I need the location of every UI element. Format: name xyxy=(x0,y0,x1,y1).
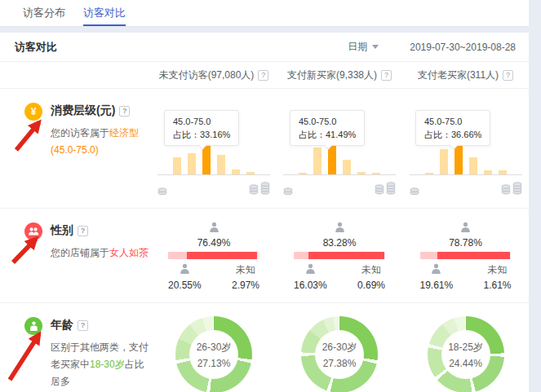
male-share: 16.03% xyxy=(294,263,327,291)
chevron-down-icon xyxy=(372,45,379,49)
column-header-0: 未支付访客(97,080人)? xyxy=(151,68,277,82)
help-icon[interactable]: ? xyxy=(381,70,392,81)
gender-chart: 78.78%19.61%未知1.61% xyxy=(420,222,512,291)
help-icon[interactable]: ? xyxy=(119,106,130,117)
age-bracket-label: 18-25岁 xyxy=(448,341,483,355)
page-title: 访客对比 xyxy=(15,40,57,55)
female-share: 83.28% xyxy=(294,222,385,249)
age-row: 年龄 ? 区别于其他两类，支付老买家中18-30岁占比居多 26-30岁27.1… xyxy=(0,303,529,392)
donut-center-label: 26-30岁27.38% xyxy=(301,316,378,392)
bar xyxy=(343,160,351,174)
date-filter-dropdown[interactable]: 日期 xyxy=(348,40,379,54)
tooltip-share: 占比：33.16% xyxy=(173,128,230,141)
age-title-text: 年龄 xyxy=(51,318,73,333)
unknown-percent: 1.61% xyxy=(483,280,511,291)
male-icon xyxy=(304,263,317,277)
column-header-label: 支付新买家(9,338人) xyxy=(287,68,377,82)
help-icon[interactable]: ? xyxy=(78,320,88,331)
age-donut-chart: 26-30岁27.13% xyxy=(175,316,252,392)
gender-bottom-labels: 20.55%未知2.97% xyxy=(168,263,259,291)
low-spend-coin-icon xyxy=(157,186,167,195)
share-tooltip: 45.0-75.0占比：41.49% xyxy=(290,110,365,146)
gender-bottom-labels: 19.61%未知1.61% xyxy=(420,263,512,291)
help-icon[interactable]: ? xyxy=(503,70,513,81)
low-spend-coin-icon xyxy=(410,186,419,195)
spend-scale-icons xyxy=(283,180,396,195)
x-axis-line xyxy=(157,174,270,175)
consumption-label-block: ¥ 消费层级(元) ? 您的访客属于经济型(45.0-75.0) xyxy=(0,89,151,208)
male-segment xyxy=(420,252,438,259)
person-icon xyxy=(24,317,42,335)
age-donut-repeat-buyers[interactable]: 18-25岁24.44% xyxy=(402,303,529,392)
visitor-compare-page: 访客分布访客对比 访客对比 日期 2019-07-30~2019-08-28 未… xyxy=(0,0,541,392)
male-percent: 20.55% xyxy=(168,280,202,291)
column-header-1: 支付新买家(9,338人)? xyxy=(277,68,402,82)
consumption-level-row: ¥ 消费层级(元) ? 您的访客属于经济型(45.0-75.0) 45.0-75… xyxy=(0,89,529,209)
consumption-chart-repeat-buyers[interactable]: 45.0-75.0占比：36.66% xyxy=(402,89,529,208)
tooltip-range: 45.0-75.0 xyxy=(424,115,481,128)
high-spend-coins-icon xyxy=(501,180,522,195)
bar xyxy=(469,157,477,174)
gender-desc-highlight: 女人如茶 xyxy=(109,247,149,258)
column-header-label: 未支付访客(97,080人) xyxy=(159,68,255,82)
consumption-description: 您的访客属于经济型(45.0-75.0) xyxy=(51,125,149,159)
unknown-label: 未知 xyxy=(487,263,507,277)
tab-visitor-compare[interactable]: 访客对比 xyxy=(83,0,126,26)
gender-desc-plain: 您的店铺属于 xyxy=(51,247,109,258)
unknown-label: 未知 xyxy=(361,263,381,277)
gender-stacked-bar xyxy=(420,252,512,259)
female-percent: 76.49% xyxy=(197,237,231,249)
unknown-share: 未知1.61% xyxy=(483,263,511,291)
unknown-segment xyxy=(257,252,259,259)
age-donut-unpaid[interactable]: 26-30岁27.13% xyxy=(151,303,277,392)
consumption-chart-new-buyers[interactable]: 45.0-75.0占比：41.49% xyxy=(277,89,402,208)
gender-chart-new-buyers[interactable]: 83.28%16.03%未知0.69% xyxy=(277,209,402,302)
age-description: 区别于其他两类，支付老买家中18-30岁占比居多 xyxy=(51,339,149,390)
panel-header: 访客对比 日期 2019-07-30~2019-08-28 xyxy=(0,33,529,62)
gender-chart-unpaid[interactable]: 76.49%20.55%未知2.97% xyxy=(151,209,277,302)
help-icon[interactable]: ? xyxy=(258,70,268,81)
age-label-block: 年龄 ? 区别于其他两类，支付老买家中18-30岁占比居多 xyxy=(0,303,151,392)
people-icon xyxy=(24,222,42,240)
consumption-title: 消费层级(元) ? xyxy=(51,104,141,118)
tooltip-range: 45.0-75.0 xyxy=(173,115,230,128)
age-bracket-label: 26-30岁 xyxy=(322,341,357,355)
gender-chart-repeat-buyers[interactable]: 78.78%19.61%未知1.61% xyxy=(402,209,529,302)
gender-chart: 76.49%20.55%未知2.97% xyxy=(168,222,259,291)
tooltip-share: 占比：41.49% xyxy=(299,128,356,141)
male-share: 20.55% xyxy=(168,263,202,291)
male-icon xyxy=(179,263,191,277)
gender-bottom-labels: 16.03%未知0.69% xyxy=(294,263,385,291)
bar-highlighted xyxy=(455,144,463,174)
age-donut-chart: 26-30岁27.38% xyxy=(301,316,378,392)
low-spend-coin-icon xyxy=(283,186,293,195)
consumption-chart-unpaid[interactable]: 45.0-75.0占比：33.16% xyxy=(151,89,277,208)
bar xyxy=(173,157,181,174)
male-icon xyxy=(430,263,442,277)
unknown-segment xyxy=(510,252,512,259)
male-percent: 16.03% xyxy=(294,280,327,291)
share-tooltip: 45.0-75.0占比：36.66% xyxy=(415,110,490,146)
x-axis-line xyxy=(283,174,396,175)
age-donut-chart: 18-25岁24.44% xyxy=(428,316,504,392)
unknown-share: 未知2.97% xyxy=(232,263,259,291)
unknown-percent: 2.97% xyxy=(232,280,259,291)
female-icon xyxy=(208,222,220,236)
bar xyxy=(188,153,196,174)
help-icon[interactable]: ? xyxy=(78,226,88,236)
age-bracket-percent: 27.13% xyxy=(197,358,231,369)
tab-bar: 访客分布访客对比 xyxy=(0,0,529,27)
age-donut-new-buyers[interactable]: 26-30岁27.38% xyxy=(277,303,402,392)
bar-chart xyxy=(162,144,266,174)
bar-chart xyxy=(414,144,518,174)
gender-row: 性别 ? 您的店铺属于女人如茶 76.49%20.55%未知2.97% 83.2… xyxy=(0,209,529,303)
female-percent: 83.28% xyxy=(323,237,357,249)
tab-visitor-distribution[interactable]: 访客分布 xyxy=(23,0,65,26)
column-header-row: 未支付访客(97,080人)?支付新买家(9,338人)?支付老买家(311人)… xyxy=(0,62,529,89)
bar xyxy=(440,149,448,174)
visitor-compare-panel: 访客对比 日期 2019-07-30~2019-08-28 未支付访客(97,0… xyxy=(0,33,529,392)
unknown-share: 未知0.69% xyxy=(357,263,385,291)
column-header-label: 支付老买家(311人) xyxy=(418,68,499,82)
female-share: 78.78% xyxy=(420,222,512,249)
male-segment xyxy=(168,252,187,259)
